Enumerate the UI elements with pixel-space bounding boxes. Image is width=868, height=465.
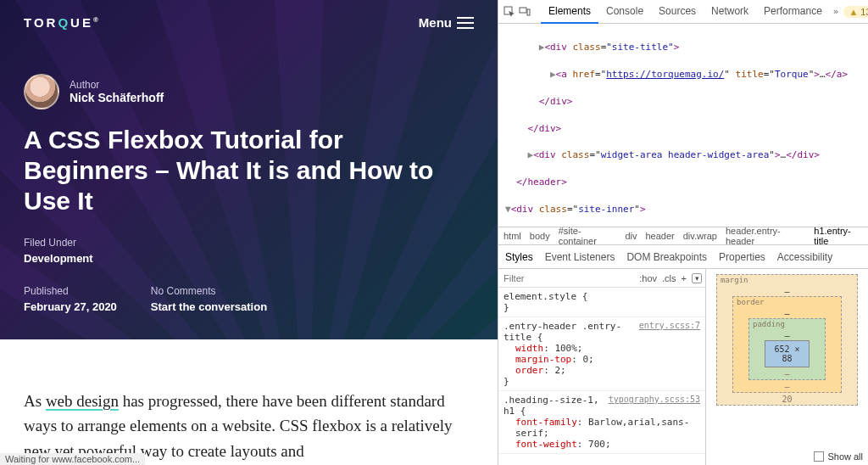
css-val: 0;: [582, 354, 593, 365]
css-prop: margin-top: [515, 354, 571, 365]
tab-network[interactable]: Network: [704, 0, 756, 24]
meta-row-2: Published February 27, 2020 No Comments …: [24, 285, 474, 313]
rule-close: }: [504, 302, 700, 313]
css-rule[interactable]: element.style { }: [498, 288, 705, 317]
logo-text: UE: [70, 15, 93, 30]
styles-body: :hov .cls + ▾ element.style { } entry.sc…: [498, 269, 868, 465]
styles-tabs: Styles Event Listeners DOM Breakpoints P…: [498, 245, 868, 269]
cls-button[interactable]: .cls: [662, 273, 676, 283]
css-prop: font-weight: [515, 439, 577, 450]
devtools-tabs: Elements Console Sources Network Perform…: [541, 0, 830, 24]
logo-accent: Q: [58, 15, 70, 30]
breadcrumb-item[interactable]: html: [504, 231, 521, 241]
devtools-panel: Elements Console Sources Network Perform…: [498, 0, 868, 465]
tab-sources[interactable]: Sources: [651, 0, 704, 24]
tab-styles[interactable]: Styles: [505, 251, 533, 263]
svg-rect-2: [527, 9, 530, 15]
bm-dash: –: [784, 287, 789, 296]
bm-dash: –: [784, 331, 789, 340]
hero-header: TORQUE® Menu Author Nick Schäferhoff A C…: [0, 0, 498, 339]
svg-rect-1: [520, 8, 526, 13]
author-block: Author Nick Schäferhoff: [24, 74, 474, 109]
warnings-badge[interactable]: ▲13: [843, 6, 868, 18]
rule-close: }: [504, 376, 700, 387]
new-rule-button[interactable]: +: [682, 273, 687, 283]
styles-filter-input[interactable]: [498, 273, 636, 283]
inspect-icon[interactable]: [504, 5, 515, 19]
comments-label: No Comments: [151, 285, 267, 297]
bm-padding-label: padding: [753, 320, 785, 328]
rule-source[interactable]: typography.scss:53: [609, 395, 700, 404]
top-bar: TORQUE® Menu: [24, 15, 474, 30]
breadcrumb-item[interactable]: header: [645, 231, 674, 241]
tab-performance[interactable]: Performance: [756, 0, 830, 24]
css-val: 700;: [588, 439, 611, 450]
css-rule[interactable]: entry.scss:7 .entry-header .entry-title …: [498, 317, 705, 391]
article-text: As: [24, 392, 46, 410]
css-prop: width: [515, 343, 543, 354]
breadcrumb-item[interactable]: div.wrap: [683, 231, 717, 241]
rule-selector: .heading--size-1, h1 {: [504, 395, 599, 417]
show-all-label: Show all: [827, 451, 863, 462]
web-design-link[interactable]: web design: [46, 392, 119, 410]
box-model[interactable]: margin– border– padding– 652 × 88 – – 20: [716, 274, 858, 406]
css-prop: font-family: [515, 417, 577, 428]
tab-elements[interactable]: Elements: [541, 0, 598, 24]
dom-class: site-inner: [578, 204, 634, 215]
bm-dash: –: [784, 309, 789, 318]
css-rule[interactable]: typography.scss:53 .heading--size-1, h1 …: [498, 391, 705, 454]
menu-button[interactable]: Menu: [419, 15, 474, 30]
css-val: 100%;: [554, 343, 582, 354]
rule-source[interactable]: entry.scss:7: [639, 321, 700, 330]
meta-row-1: Filed Under Development: [24, 237, 474, 265]
hov-button[interactable]: :hov: [639, 273, 657, 283]
tab-console[interactable]: Console: [598, 0, 651, 24]
bm-border-label: border: [737, 298, 765, 306]
browser-status-bar: Waiting for www.facebook.com...: [0, 453, 145, 465]
hamburger-icon: [457, 22, 474, 24]
bm-dash: –: [784, 369, 789, 378]
published-label: Published: [24, 285, 117, 297]
show-all-checkbox[interactable]: Show all: [814, 451, 863, 462]
tab-properties[interactable]: Properties: [719, 251, 765, 263]
dom-title: Torque: [775, 69, 809, 80]
devtools-toolbar: Elements Console Sources Network Perform…: [498, 0, 868, 24]
filed-under-label: Filed Under: [24, 237, 93, 249]
bm-content: 652 × 88: [765, 340, 810, 367]
breadcrumb-item[interactable]: body: [530, 231, 550, 241]
bm-margin-label: margin: [721, 276, 748, 284]
rule-selector: element.style {: [504, 291, 587, 302]
avatar: [24, 74, 59, 109]
webpage-viewport: TORQUE® Menu Author Nick Schäferhoff A C…: [0, 0, 498, 465]
page-title: A CSS Flexbox Tutorial for Beginners – W…: [24, 125, 465, 216]
tab-accessibility[interactable]: Accessibility: [777, 251, 832, 263]
filed-under-value[interactable]: Development: [24, 252, 93, 265]
dom-href[interactable]: https://torquemag.io/: [606, 69, 724, 80]
more-tabs-icon[interactable]: »: [833, 6, 839, 17]
breadcrumb-item[interactable]: header.entry-header: [726, 227, 805, 245]
tab-event-listeners[interactable]: Event Listeners: [545, 251, 615, 263]
styles-rules: :hov .cls + ▾ element.style { } entry.sc…: [498, 269, 706, 465]
dom-tree[interactable]: ▶<div class="site-title"> ▶<a href="http…: [498, 24, 868, 227]
css-val: 2;: [554, 365, 565, 376]
published-value: February 27, 2020: [24, 300, 117, 313]
breadcrumb-item[interactable]: div: [625, 231, 637, 241]
author-label: Author: [70, 79, 164, 91]
article-body: As web design has progressed, there have…: [0, 339, 498, 463]
author-name[interactable]: Nick Schäferhoff: [70, 91, 164, 104]
breadcrumb-item[interactable]: #site-container: [559, 227, 617, 245]
device-icon[interactable]: [519, 5, 531, 19]
css-prop: order: [515, 365, 543, 376]
bm-dash: –: [784, 382, 789, 391]
site-logo[interactable]: TORQUE®: [24, 15, 101, 30]
bm-margin-bottom: 20: [782, 395, 792, 404]
dom-breadcrumb[interactable]: html body #site-container div header div…: [498, 227, 868, 245]
tab-dom-breakpoints[interactable]: DOM Breakpoints: [626, 251, 707, 263]
breadcrumb-selected[interactable]: h1.entry-title: [814, 227, 863, 245]
menu-label: Menu: [419, 15, 452, 30]
logo-text: TOR: [24, 15, 58, 30]
more-icon[interactable]: ▾: [692, 273, 702, 283]
styles-filter-row: :hov .cls + ▾: [498, 269, 705, 288]
checkbox-icon[interactable]: [814, 451, 824, 462]
comments-link[interactable]: Start the conversation: [151, 300, 267, 313]
